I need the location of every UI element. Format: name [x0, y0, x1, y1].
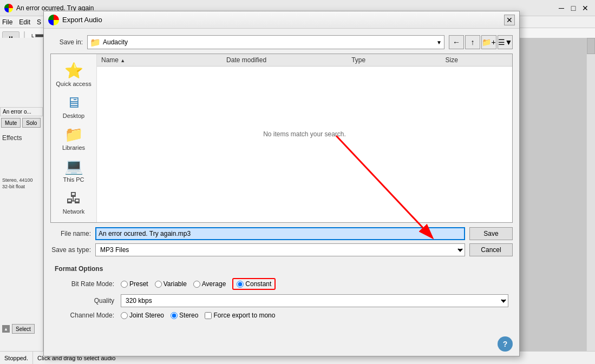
- solo-button[interactable]: Solo: [22, 118, 41, 128]
- preset-label: Preset: [129, 280, 148, 288]
- file-menu[interactable]: File: [2, 18, 12, 26]
- dialog-title: Export Audio: [48, 15, 102, 25]
- up-button[interactable]: ↑: [465, 35, 480, 49]
- close-button[interactable]: ✕: [580, 3, 591, 14]
- desktop-icon: 🖥: [66, 94, 81, 111]
- stereo-info-text: Stereo, 44100: [2, 177, 33, 184]
- col-name[interactable]: Name ▲: [101, 56, 226, 64]
- average-radio-item[interactable]: Average: [193, 280, 226, 288]
- bit-rate-mode-label: Bit Rate Mode:: [55, 280, 114, 288]
- joint-stereo-label: Joint Stereo: [129, 312, 164, 319]
- help-button[interactable]: ?: [498, 336, 513, 352]
- save-button[interactable]: Save: [469, 227, 513, 240]
- mute-solo-row: Mute Solo: [1, 118, 41, 128]
- average-radio[interactable]: [193, 281, 200, 288]
- file-list: Name ▲ Date modified Type Size No item: [97, 54, 512, 222]
- constant-label: Constant: [245, 280, 271, 288]
- folder-icon: 📁: [90, 37, 101, 48]
- view-button[interactable]: ☰▼: [498, 35, 513, 49]
- dialog-icon: [48, 15, 59, 25]
- col-type[interactable]: Type: [351, 56, 445, 64]
- edit-menu[interactable]: Edit: [19, 18, 30, 26]
- preset-radio[interactable]: [121, 281, 128, 288]
- col-size[interactable]: Size: [445, 56, 508, 64]
- quality-select-wrapper: 320 kbps ▼: [121, 294, 508, 307]
- save-in-dropdown-arrow[interactable]: ▼: [436, 39, 442, 45]
- dialog-close-button[interactable]: ✕: [504, 15, 515, 25]
- bit-depth-text: 32-bit float: [2, 184, 33, 190]
- col-date[interactable]: Date modified: [226, 56, 351, 64]
- stereo-item[interactable]: Stereo: [171, 312, 198, 319]
- col-sort-arrow: ▲: [120, 58, 125, 63]
- back-button[interactable]: ←: [449, 35, 464, 49]
- stereo-info: Stereo, 44100 32-bit float: [2, 177, 33, 190]
- network-icon: 🖧: [66, 189, 81, 207]
- save-in-nav: ← ↑ 📁+ ☰▼: [449, 35, 513, 49]
- this-pc-item[interactable]: 💻 This PC: [53, 154, 94, 186]
- force-mono-checkbox[interactable]: [205, 312, 212, 319]
- file-name-label: File name:: [50, 230, 91, 237]
- channel-mode-row: Channel Mode: Joint Stereo Stereo Force …: [55, 312, 508, 319]
- desktop-label: Desktop: [63, 112, 84, 119]
- force-mono-label: Force export to mono: [213, 312, 275, 319]
- bit-rate-mode-row: Bit Rate Mode: Preset Variable Average: [55, 278, 508, 290]
- file-name-row: File name: Save: [50, 227, 513, 240]
- vertical-scrollbar[interactable]: [586, 38, 595, 351]
- variable-label: Variable: [164, 280, 187, 288]
- libraries-label: Libraries: [62, 144, 85, 151]
- maximize-button[interactable]: □: [568, 3, 579, 14]
- col-type-label: Type: [351, 56, 365, 64]
- constant-radio-item[interactable]: Constant: [237, 280, 271, 288]
- file-list-container: ⭐ Quick access 🖥 Desktop 📁 Libraries 💻 T…: [50, 54, 513, 223]
- force-mono-item[interactable]: Force export to mono: [205, 312, 275, 319]
- libraries-icon: 📁: [64, 125, 83, 143]
- quick-access-icon: ⭐: [64, 62, 83, 80]
- empty-message: No items match your search.: [263, 130, 346, 138]
- cancel-button[interactable]: Cancel: [469, 243, 513, 256]
- stereo-label: Stereo: [179, 312, 198, 319]
- preset-radio-item[interactable]: Preset: [121, 280, 148, 288]
- network-label: Network: [63, 208, 84, 215]
- constant-radio[interactable]: [237, 281, 244, 288]
- quality-row: Quality 320 kbps ▼: [55, 294, 508, 307]
- file-name-input[interactable]: [95, 227, 465, 240]
- joint-stereo-radio[interactable]: [121, 312, 128, 319]
- new-folder-button[interactable]: 📁+: [481, 35, 496, 49]
- joint-stereo-item[interactable]: Joint Stereo: [121, 312, 164, 319]
- window-controls[interactable]: ─ □ ✕: [556, 3, 591, 14]
- this-pc-label: This PC: [63, 176, 84, 183]
- save-in-select[interactable]: 📁 Audacity ▼: [87, 35, 444, 49]
- file-list-empty: No items match your search.: [97, 67, 512, 202]
- quality-select[interactable]: 320 kbps: [121, 294, 508, 307]
- stereo-radio[interactable]: [171, 312, 178, 319]
- variable-radio[interactable]: [155, 281, 162, 288]
- format-options: Format Options Bit Rate Mode: Preset Var…: [50, 261, 513, 328]
- bit-rate-mode-group: Preset Variable Average Constant: [121, 278, 276, 290]
- quick-access-item[interactable]: ⭐ Quick access: [53, 58, 94, 90]
- mute-button[interactable]: Mute: [1, 118, 21, 128]
- col-name-label: Name: [101, 56, 119, 64]
- save-as-type-label: Save as type:: [50, 246, 91, 254]
- file-list-header: Name ▲ Date modified Type Size: [97, 54, 512, 67]
- libraries-item[interactable]: 📁 Libraries: [53, 122, 94, 154]
- select-button[interactable]: Select: [12, 324, 35, 334]
- save-in-value: Audacity: [103, 38, 128, 46]
- channel-mode-group: Joint Stereo Stereo Force export to mono: [121, 312, 275, 319]
- effects-label: Effects: [2, 134, 22, 142]
- dialog-title-text: Export Audio: [62, 16, 102, 24]
- dialog-titlebar: Export Audio ✕: [44, 11, 519, 29]
- variable-radio-item[interactable]: Variable: [155, 280, 187, 288]
- arrow-icon: ▲: [2, 325, 10, 333]
- average-label: Average: [202, 280, 226, 288]
- select-menu[interactable]: S: [37, 18, 41, 26]
- scroll-thumb[interactable]: [587, 38, 595, 54]
- level-l: L: [31, 33, 34, 38]
- network-item[interactable]: 🖧 Network: [53, 186, 94, 218]
- save-as-type-select[interactable]: MP3 Files: [95, 243, 465, 256]
- constant-highlight-box: Constant: [232, 278, 276, 290]
- desktop-item[interactable]: 🖥 Desktop: [53, 90, 94, 122]
- quick-access-label: Quick access: [56, 81, 91, 87]
- minimize-button[interactable]: ─: [556, 3, 567, 14]
- this-pc-icon: 💻: [64, 157, 83, 175]
- audacity-icon: [4, 4, 13, 12]
